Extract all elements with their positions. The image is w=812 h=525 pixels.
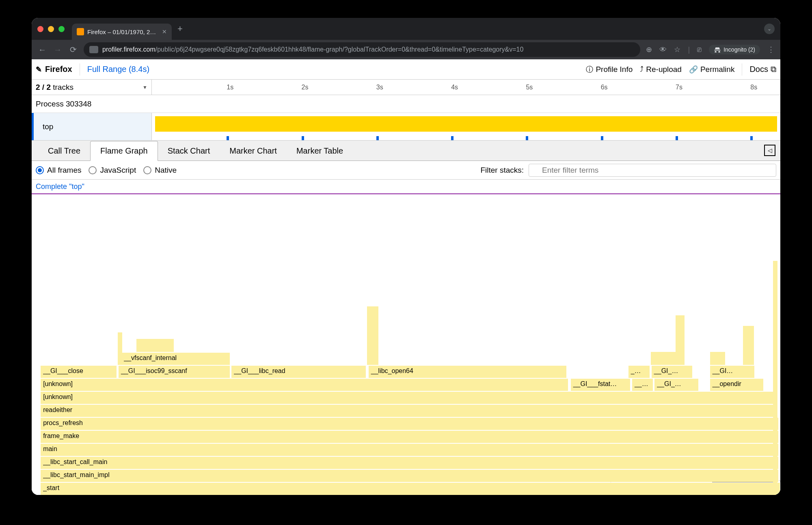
breadcrumb[interactable]: Complete "top" [36,182,84,191]
tab-marker-table[interactable]: Marker Table [287,141,353,161]
flame-spike[interactable] [773,261,777,495]
breadcrumb-row: Complete "top" [32,180,780,194]
reupload-label: Re-upload [646,65,682,74]
radio-native[interactable]: Native [143,166,177,175]
track-label[interactable]: top [32,113,152,140]
new-tab-button[interactable]: + [177,24,183,34]
incognito-badge[interactable]: Incognito (2) [709,45,760,54]
flame-frame[interactable]: frame_make [41,430,779,443]
tab-stack-chart[interactable]: Stack Chart [158,141,220,161]
process-row[interactable]: Process 303348 [32,95,780,113]
track-timeline[interactable] [152,113,780,140]
flame-frame[interactable]: _… [628,365,650,378]
flame-frame[interactable]: readeither [41,404,777,417]
browser-menu-icon[interactable]: ⋮ [767,45,775,54]
tick-label: 7s [676,84,682,91]
docs-button[interactable]: Docs ⧉ [749,65,776,74]
flame-spike[interactable] [743,326,754,365]
flame-frame[interactable]: main [41,443,779,456]
flame-frame[interactable]: procs_refresh [41,417,779,430]
tab-flame-graph[interactable]: Flame Graph [90,141,158,161]
url-bar[interactable]: profiler.firefox.com/public/p6j24pwgsere… [84,42,640,57]
flame-frame[interactable]: __GI_… [654,378,699,391]
flame-frame[interactable]: __libc_start_main_impl [41,469,779,482]
tab-list-chevron-icon[interactable]: ⌄ [764,24,775,34]
radio-icon [36,166,44,174]
link-icon: 🔗 [689,65,698,74]
tick-label: 6s [601,84,608,91]
flame-frame[interactable]: __GI___close [41,365,117,378]
toolbar-icons: ⊕ 👁 ☆ | ⎚ Incognito (2) ⋮ [646,45,775,54]
flame-frame[interactable]: __GI___isoc99_sscanf [119,365,230,378]
bookmark-star-icon[interactable]: ☆ [674,45,680,54]
tab-marker-chart[interactable]: Marker Chart [220,141,287,161]
cast-icon[interactable]: ⎚ [697,46,702,54]
back-button[interactable]: ← [37,45,47,54]
flame-spike[interactable] [367,306,378,365]
flame-spike[interactable] [710,352,725,365]
flame-frame[interactable]: __vfscanf_internal [121,352,230,365]
flame-frame[interactable]: __GI___fstat… [571,378,631,391]
flame-frame[interactable]: __GI___libc_read [231,365,366,378]
filter-stacks-input[interactable] [529,164,776,177]
flame-frame[interactable]: __GI… [710,365,755,378]
maximize-window-icon[interactable] [58,26,65,32]
timeline-ruler[interactable]: 1s2s3s4s5s6s7s8s [152,80,780,95]
flame-graph-area[interactable]: ✕ Legal Privacy Cookies English (GB) _st… [32,194,780,495]
zoom-icon[interactable]: ⊕ [646,45,652,54]
flame-spike[interactable] [136,339,174,352]
tick-label: 1s [227,84,233,91]
tick-mark [451,136,454,140]
profile-info-button[interactable]: ⓘ Profile Info [586,65,633,74]
reload-button[interactable]: ⟳ [68,45,78,54]
radio-label: Native [155,166,177,175]
profiler-header: ✎ Firefox Full Range (8.4s) ⓘ Profile In… [32,59,780,80]
flame-frame[interactable]: _start [41,482,780,495]
flame-frame[interactable]: __libc_open64 [369,365,567,378]
tick-label: 8s [750,84,757,91]
forward-button[interactable]: → [53,45,63,54]
tick-mark [302,136,304,140]
upload-icon: ⤴ [640,65,644,74]
tick-label: 4s [451,84,458,91]
flame-frame[interactable]: __GI_… [652,365,693,378]
flame-spike[interactable] [676,315,685,365]
sidebar-toggle-icon[interactable]: ◁ [764,145,775,156]
flame-frame[interactable]: __opendir [710,378,764,391]
flame-frame[interactable]: __libc_start_call_main [41,456,779,469]
divider [80,63,80,76]
chevron-down-icon: ▼ [143,85,147,90]
radio-all-frames[interactable]: All frames [36,166,81,175]
flame-frame[interactable]: __GI_… [632,378,653,391]
profile-info-label: Profile Info [596,65,633,74]
flame-frame[interactable]: [unknown] [41,391,777,404]
flame-spike[interactable] [651,352,677,365]
brand[interactable]: ✎ Firefox [36,65,72,74]
flame-frame[interactable]: [unknown] [41,378,568,391]
tick-mark [601,136,603,140]
tracks-header: 2 / 2 tracks ▼ 1s2s3s4s5s6s7s8s [32,80,780,95]
close-window-icon[interactable] [37,26,43,32]
track-row: top [32,113,780,141]
tab-call-tree[interactable]: Call Tree [38,141,90,161]
tick-mark [676,136,678,140]
tracks-count-dropdown[interactable]: 2 / 2 tracks ▼ [32,80,152,95]
browser-tab-bar: Firefox – 01/01/1970, 20:58:5 ✕ + ⌄ [32,18,780,40]
docs-label: Docs [749,65,768,74]
tab-close-icon[interactable]: ✕ [162,28,167,35]
tick-label: 5s [526,84,533,91]
browser-window: Firefox – 01/01/1970, 20:58:5 ✕ + ⌄ ← → … [32,18,780,495]
eye-blocked-icon[interactable]: 👁 [659,46,667,54]
minimize-window-icon[interactable] [48,26,54,32]
browser-tab[interactable]: Firefox – 01/01/1970, 20:58:5 ✕ [72,24,172,40]
site-settings-icon[interactable] [89,46,98,53]
reupload-button[interactable]: ⤴ Re-upload [640,65,682,74]
range-link[interactable]: Full Range (8.4s) [87,65,149,74]
permalink-button[interactable]: 🔗 Permalink [689,65,734,74]
tab-title: Firefox – 01/01/1970, 20:58:5 [87,28,156,35]
radio-javascript[interactable]: JavaScript [89,166,136,175]
tick-mark [526,136,528,140]
filter-label: Filter stacks: [480,166,524,175]
flame-spike[interactable] [118,332,122,365]
brand-label: Firefox [45,65,72,74]
